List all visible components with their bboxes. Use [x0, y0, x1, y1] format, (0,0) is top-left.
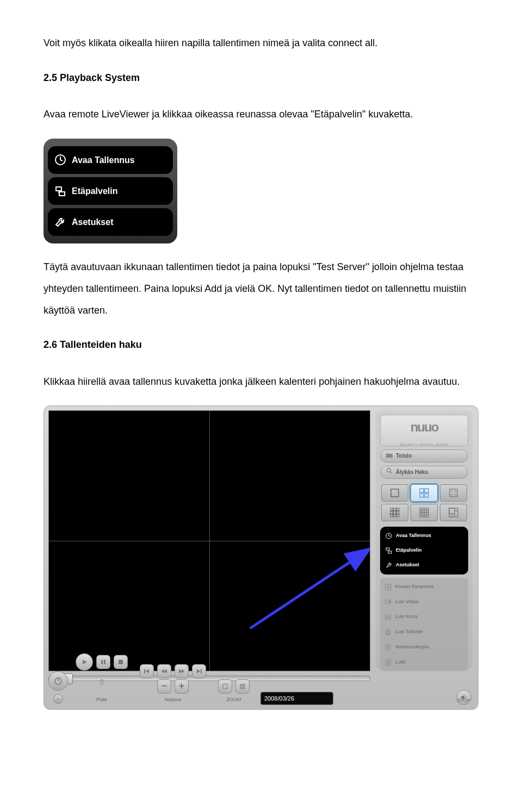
- svg-rect-49: [386, 631, 390, 633]
- svg-rect-22: [397, 511, 400, 514]
- piste-indicator: [96, 672, 107, 694]
- svg-line-40: [389, 536, 390, 536]
- svg-rect-73: [223, 684, 227, 689]
- svg-rect-12: [420, 489, 424, 492]
- tool-luo-tuloste[interactable]: Luo Tuloste: [382, 625, 466, 639]
- nopeus-label: Nopeus: [164, 695, 181, 705]
- svg-rect-47: [386, 615, 391, 619]
- tool-kuvan-parannus[interactable]: Kuvan Parannus: [382, 580, 466, 594]
- menu-item-label: Etäpalvelin: [72, 182, 117, 201]
- svg-marker-66: [146, 669, 149, 673]
- grid-custom-button[interactable]: [440, 504, 467, 521]
- svg-rect-18: [394, 508, 396, 511]
- log-icon: [384, 659, 392, 666]
- enhance-icon: [384, 583, 392, 591]
- svg-rect-14: [420, 494, 424, 497]
- wrench-icon: [54, 216, 66, 228]
- grid-fullscreen-button[interactable]: [440, 484, 467, 502]
- zoom-box-icon: [222, 684, 228, 689]
- svg-point-9: [387, 469, 391, 472]
- side-panel: nuuo SECURITY CRYSTAL BOARD Toisto Älykä…: [376, 410, 473, 670]
- tool-label: Loki: [395, 657, 406, 668]
- playback-player-window: nuuo SECURITY CRYSTAL BOARD Toisto Älykä…: [44, 405, 478, 710]
- tool-label: Luo Tuloste: [395, 627, 422, 638]
- logo-text: nuuo: [411, 413, 438, 442]
- svg-rect-61: [104, 660, 105, 664]
- speed-up-button[interactable]: +: [175, 679, 189, 694]
- image-icon: [384, 613, 392, 621]
- svg-rect-20: [390, 511, 393, 514]
- pill-label: Toisto: [396, 450, 412, 462]
- seek-end-icon: [196, 669, 202, 674]
- zoom-box-button[interactable]: [218, 679, 232, 694]
- tool-label: Kuvan Parannus: [395, 582, 434, 592]
- tool-varmuuskopio[interactable]: Varmuuskopio: [382, 640, 466, 654]
- tool-label: Luo Video: [395, 597, 419, 608]
- svg-point-44: [387, 586, 389, 588]
- pill-alykas-haku[interactable]: Älykäs Haku: [380, 466, 468, 479]
- zoom-fit-button[interactable]: [235, 679, 250, 694]
- grid-2x2-button[interactable]: [411, 484, 438, 502]
- svg-rect-50: [387, 629, 390, 631]
- seek-start-button[interactable]: [140, 664, 154, 678]
- piste-label: Piste: [96, 695, 107, 705]
- tool-loki[interactable]: Loki: [382, 655, 466, 670]
- mini-menu-panel: Avaa Tallennus Etäpalvelin Asetukset: [380, 527, 468, 574]
- server-icon: [54, 185, 66, 197]
- transport-bar: − Piste − + Nopeus: [48, 671, 474, 705]
- heading-tallenteiden-haku: 2.6 Tallenteiden haku: [44, 334, 478, 356]
- svg-line-8: [250, 549, 370, 628]
- mini-item-label: Asetukset: [396, 560, 419, 571]
- stop-label: STOP: [457, 696, 470, 707]
- stop-button[interactable]: [114, 655, 128, 669]
- svg-rect-24: [394, 515, 396, 517]
- pause-button[interactable]: [96, 655, 110, 669]
- svg-rect-23: [390, 515, 393, 517]
- svg-rect-42: [388, 551, 391, 553]
- pill-toisto[interactable]: Toisto: [380, 449, 468, 463]
- grid-4x4-button[interactable]: [411, 504, 438, 521]
- grid-1x1-button[interactable]: [381, 484, 408, 502]
- minimize-button[interactable]: −: [53, 694, 63, 704]
- date-display[interactable]: 2008/03/26: [260, 692, 333, 705]
- svg-marker-59: [83, 660, 87, 664]
- menu-item-etapalvelin[interactable]: Etäpalvelin: [48, 177, 173, 205]
- svg-marker-69: [179, 669, 182, 673]
- pill-label: Älykäs Haku: [396, 466, 428, 478]
- clock-icon: [385, 532, 393, 540]
- menu-item-asetukset[interactable]: Asetukset: [48, 208, 173, 236]
- play-button[interactable]: [76, 653, 93, 671]
- seek-end-button[interactable]: [192, 664, 206, 678]
- zoom-fit-icon: [240, 684, 245, 689]
- plus-icon: +: [179, 676, 185, 697]
- menu-item-label: Asetukset: [72, 213, 113, 232]
- paragraph-1: Voit myös klikata oikealla hiiren napill…: [44, 33, 478, 54]
- heading-playback-system: 2.5 Playback System: [44, 67, 478, 89]
- svg-rect-11: [391, 489, 399, 497]
- tool-luo-kuva[interactable]: Luo Kuva: [382, 610, 466, 624]
- video-icon: [384, 598, 392, 605]
- video-grid-area[interactable]: [48, 410, 370, 671]
- grid-layout-selector: [380, 482, 468, 523]
- svg-rect-15: [425, 494, 428, 497]
- svg-rect-21: [394, 511, 396, 514]
- power-icon: [54, 677, 63, 685]
- stop-icon: [118, 659, 123, 665]
- tool-label: Varmuuskopio: [395, 642, 429, 653]
- svg-rect-72: [201, 669, 202, 673]
- menu-item-avaa-tallennus[interactable]: Avaa Tallennus: [48, 146, 173, 174]
- power-button[interactable]: [48, 671, 68, 691]
- zoom-label: ZOOM: [227, 695, 241, 705]
- mini-avaa-tallennus[interactable]: Avaa Tallennus: [383, 529, 465, 542]
- mini-etapalvelin[interactable]: Etäpalvelin: [383, 544, 465, 557]
- svg-rect-4: [59, 192, 65, 196]
- rewind-icon: [161, 669, 167, 674]
- svg-rect-17: [390, 508, 393, 511]
- speed-down-button[interactable]: −: [157, 679, 171, 694]
- grid-3x3-button[interactable]: [381, 504, 408, 521]
- paragraph-2: Avaa remote LiveViewer ja klikkaa oikeas…: [44, 104, 478, 126]
- mini-asetukset[interactable]: Asetukset: [383, 559, 465, 572]
- svg-rect-74: [240, 684, 245, 689]
- svg-marker-71: [197, 669, 200, 673]
- tool-luo-video[interactable]: Luo Video: [382, 595, 466, 609]
